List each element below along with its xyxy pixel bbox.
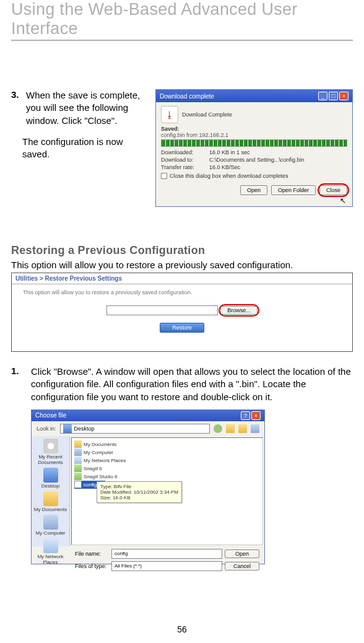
list-item[interactable]: My Computer [74, 448, 260, 457]
sidebar-item-desktop[interactable]: Desktop [32, 468, 69, 489]
close-when-done-checkbox[interactable] [161, 173, 167, 179]
close-icon[interactable]: × [251, 411, 261, 420]
download-complete-dialog: Download complete _ □ × ⭳ Download Compl… [155, 89, 353, 207]
open-folder-button[interactable]: Open Folder [271, 185, 316, 195]
file-tooltip: Type: BIN File Date Modified: 10/11/2002… [97, 481, 182, 503]
step-1-text: Click "Browse". A window will open that … [31, 365, 353, 403]
folder-icon [74, 440, 82, 448]
list-item[interactable]: My Network Places [74, 457, 260, 465]
download-complete-title: Download complete [160, 93, 214, 100]
transfer-rate-value: 16.0 KB/Sec [209, 164, 347, 170]
progress-bar [161, 139, 347, 147]
step-1-number: 1. [11, 365, 26, 403]
choose-file-title: Choose file [35, 412, 66, 419]
list-item[interactable]: SnagIt 6 [74, 465, 260, 473]
restore-panel-text: This option will allow you to restore a … [12, 284, 352, 300]
page-number: 56 [0, 624, 364, 634]
transfer-rate-label: Transfer rate: [161, 164, 209, 170]
list-item[interactable]: SnagIt Studio 6 [74, 473, 260, 481]
open-button[interactable]: Open [225, 549, 259, 558]
filename-label: File name: [75, 551, 109, 557]
new-folder-icon[interactable] [238, 424, 247, 433]
recent-icon [43, 439, 58, 453]
desktop-icon [43, 468, 58, 483]
step-3-number: 3. [11, 89, 26, 100]
download-to-label: Download to: [161, 157, 209, 163]
computer-icon [43, 515, 58, 530]
download-to-value: C:\Documents and Setting...\config.bin [209, 157, 347, 163]
help-icon[interactable]: ? [241, 411, 250, 420]
close-when-done-label: Close this dialog box when download comp… [170, 173, 288, 179]
filetype-dropdown[interactable]: All Files (*.*) [111, 561, 222, 571]
view-menu-icon[interactable] [251, 424, 259, 433]
restore-button[interactable]: Restore [160, 323, 204, 333]
restore-heading: Restoring a Previous Configuration [11, 244, 353, 257]
sidebar-item-network[interactable]: My Network Places [32, 538, 69, 565]
cursor-icon: ↖ [340, 196, 346, 205]
restore-file-input[interactable] [106, 305, 218, 315]
choose-file-dialog: Choose file ? × Look in: Desktop My Rece… [31, 409, 265, 564]
lookin-label: Look in: [37, 426, 56, 432]
close-icon[interactable]: × [339, 92, 349, 100]
network-icon [74, 457, 82, 464]
places-sidebar: My Recent Documents Desktop My Documents… [32, 436, 70, 546]
back-icon[interactable] [214, 424, 222, 433]
saved-label: Saved: [161, 126, 347, 132]
restore-panel-title: Utilities > Restore Previous Settings [12, 273, 352, 284]
downloaded-value: 16.0 KB in 1 sec [209, 149, 347, 155]
cancel-button[interactable]: Cancel [225, 562, 259, 571]
browse-button[interactable]: Browse... [220, 306, 258, 315]
app-icon [74, 473, 82, 480]
minimize-icon[interactable]: _ [318, 92, 327, 100]
file-icon [74, 481, 82, 488]
download-complete-header: Download Complete [182, 112, 232, 118]
sidebar-item-computer[interactable]: My Computer [32, 515, 69, 536]
step-3-text: When the save is complete, you will see … [26, 89, 144, 127]
computer-icon [74, 448, 82, 456]
restore-desc: This option will allow you to restore a … [11, 260, 353, 270]
file-list[interactable]: My Documents My Computer My Network Plac… [71, 437, 263, 545]
filename-input[interactable]: config [111, 549, 222, 559]
sidebar-item-documents[interactable]: My Documents [32, 491, 69, 512]
sidebar-item-recent[interactable]: My Recent Documents [32, 439, 69, 465]
list-item[interactable]: My Documents [74, 440, 260, 448]
saved-value: config.bin from 192.168.2.1 [161, 132, 347, 138]
filetype-label: Files of type: [75, 563, 109, 569]
lookin-dropdown[interactable]: Desktop [60, 424, 210, 434]
desktop-icon [63, 424, 72, 433]
restore-settings-panel: Utilities > Restore Previous Settings Th… [11, 273, 353, 352]
download-icon: ⭳ [161, 106, 178, 123]
lookin-value: Desktop [74, 426, 95, 432]
page-title: Using the Web-Based Advanced User Interf… [11, 0, 353, 41]
app-icon [74, 465, 82, 472]
downloaded-label: Downloaded: [161, 149, 209, 155]
up-folder-icon[interactable] [226, 424, 235, 433]
close-button[interactable]: Close [319, 185, 347, 195]
step-3-text-2: The configuration is now saved. [22, 136, 144, 161]
documents-icon [43, 491, 58, 506]
network-icon [43, 538, 58, 553]
maximize-icon[interactable]: □ [329, 92, 338, 100]
open-button[interactable]: Open [240, 185, 267, 195]
